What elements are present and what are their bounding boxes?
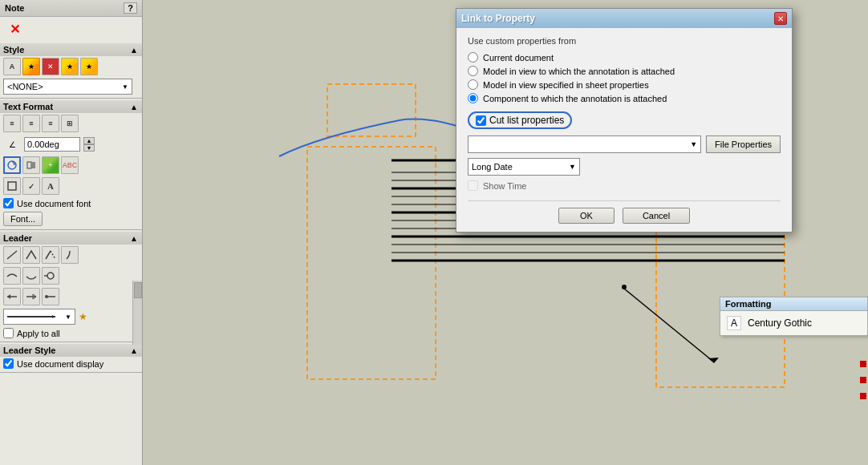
- angle-spin-up[interactable]: ▲: [83, 137, 95, 144]
- dropdown-arrow: ▼: [122, 83, 128, 91]
- leader-style-row: ▼ ★: [0, 307, 142, 326]
- style-btn-1[interactable]: A: [3, 58, 21, 75]
- svg-rect-18: [307, 147, 436, 379]
- style-btn-5[interactable]: ★: [80, 58, 98, 75]
- leader-btn-4[interactable]: [61, 246, 79, 264]
- use-document-display-row: Use document display: [0, 357, 142, 370]
- dialog-title: Link to Property: [461, 13, 535, 24]
- property-dropdown[interactable]: ▼: [468, 135, 701, 153]
- text-btn-A[interactable]: A: [42, 177, 59, 195]
- leader-star-icon: ★: [79, 311, 87, 322]
- leader-btn-5[interactable]: [3, 267, 21, 285]
- text-format-header: Text Format ▲: [0, 100, 142, 113]
- link-to-property-dialog: Link to Property ✕ Use custom properties…: [456, 8, 793, 232]
- leader-btn-10[interactable]: [42, 288, 59, 305]
- radio-model-view-annotation[interactable]: Model in view to which the annotation is…: [468, 66, 781, 76]
- use-document-font-row: Use document font: [0, 196, 142, 210]
- selection-handle-bl: [860, 393, 866, 399]
- angle-spin-down[interactable]: ▼: [83, 144, 95, 152]
- use-document-font-checkbox[interactable]: [3, 198, 14, 208]
- style-dropdown[interactable]: <NONE> ▼: [3, 79, 132, 95]
- dialog-titlebar: Link to Property ✕: [456, 9, 792, 28]
- radio-model-view-annotation-input[interactable]: [468, 66, 478, 76]
- radio-model-view-sheet[interactable]: Model in view specified in sheet propert…: [468, 79, 781, 90]
- cancel-button[interactable]: Cancel: [623, 208, 690, 224]
- font-button[interactable]: Font...: [3, 212, 43, 226]
- text-format-toolbar-2: ✓ A: [0, 176, 142, 196]
- svg-line-6: [51, 251, 55, 259]
- line-style-dropdown[interactable]: ▼: [3, 309, 75, 325]
- text-btn-link[interactable]: +: [42, 156, 59, 174]
- style-btn-4[interactable]: ★: [61, 58, 79, 75]
- line-style-arrow: ▼: [65, 313, 71, 321]
- property-row: ▼ File Properties: [468, 135, 781, 153]
- cut-list-label: Cut list properties: [489, 115, 564, 126]
- selection-handle-tl: [860, 361, 866, 367]
- svg-line-5: [46, 251, 51, 259]
- dialog-close-button[interactable]: ✕: [774, 12, 787, 25]
- formatting-panel: Formatting A Century Gothic: [720, 297, 868, 336]
- use-document-display-label: Use document display: [17, 359, 103, 369]
- main-drawing-area: Link to Property ✕ Use custom properties…: [143, 0, 868, 465]
- radio-current-doc[interactable]: Current document: [468, 52, 781, 63]
- font-sample-icon: A: [727, 316, 741, 330]
- leader-btn-2[interactable]: [22, 246, 40, 264]
- property-input[interactable]: [472, 140, 690, 149]
- text-btn-rotate[interactable]: [3, 156, 21, 174]
- align-left-btn[interactable]: ≡: [3, 115, 21, 132]
- leader-btn-1[interactable]: [3, 246, 21, 264]
- dialog-section-label: Use custom properties from: [468, 36, 781, 46]
- leader-btn-3[interactable]: [42, 246, 59, 264]
- leader-collapse-btn[interactable]: ▲: [129, 233, 139, 243]
- discard-icon[interactable]: ✕: [5, 20, 25, 38]
- leader-style-collapse-btn[interactable]: ▲: [129, 346, 139, 355]
- ok-button[interactable]: OK: [558, 208, 614, 224]
- align-right-btn[interactable]: ≡: [42, 115, 59, 132]
- leader-style-section: Leader Style ▲ Use document display: [0, 342, 142, 373]
- property-dropdown-arrow[interactable]: ▼: [690, 140, 697, 148]
- date-format-dropdown[interactable]: Long Date ▼: [468, 158, 580, 176]
- file-properties-button[interactable]: File Properties: [706, 135, 781, 153]
- leader-btn-6[interactable]: [22, 267, 40, 285]
- leader-btn-8[interactable]: [3, 288, 21, 305]
- formatting-font-name: Century Gothic: [748, 317, 812, 329]
- angle-input[interactable]: [24, 137, 80, 152]
- date-dropdown-arrow: ▼: [569, 163, 576, 171]
- panel-scrollbar[interactable]: [132, 281, 142, 345]
- style-btn-3[interactable]: ✕: [42, 58, 59, 75]
- note-icons-row: ✕: [0, 17, 142, 42]
- scrollbar-thumb[interactable]: [134, 282, 142, 298]
- leader-btn-9[interactable]: [22, 288, 40, 305]
- use-document-display-checkbox[interactable]: [3, 358, 14, 369]
- cut-list-highlight: Cut list properties: [468, 111, 572, 129]
- angle-spinners: ▲ ▼: [83, 137, 95, 152]
- apply-to-all-checkbox[interactable]: [3, 328, 14, 338]
- svg-point-14: [45, 295, 48, 298]
- help-icon[interactable]: ?: [124, 2, 137, 14]
- text-btn-check[interactable]: ✓: [22, 177, 40, 195]
- radio-current-doc-input[interactable]: [468, 52, 478, 63]
- svg-rect-17: [327, 84, 416, 136]
- cut-list-checkbox[interactable]: [476, 115, 486, 126]
- show-time-checkbox[interactable]: [468, 180, 478, 191]
- radio-component-annotation[interactable]: Component to which the annotation is att…: [468, 93, 781, 103]
- style-collapse-btn[interactable]: ▲: [129, 45, 139, 55]
- style-btn-2[interactable]: ★: [22, 58, 40, 75]
- align-center-btn[interactable]: ≡: [22, 115, 40, 132]
- align-justify-btn[interactable]: ⊞: [61, 115, 79, 132]
- svg-point-47: [622, 285, 627, 289]
- apply-to-all-label: Apply to all: [17, 329, 60, 338]
- leader-btn-7[interactable]: [42, 267, 59, 285]
- apply-to-all-row: Apply to all: [0, 326, 142, 340]
- formatting-header: Formatting: [720, 297, 867, 311]
- text-btn-flip[interactable]: [22, 156, 40, 174]
- radio-component-annotation-input[interactable]: [468, 93, 478, 103]
- text-btn-box[interactable]: [3, 177, 21, 195]
- text-btn-spell[interactable]: ABC: [61, 156, 79, 174]
- text-format-collapse-btn[interactable]: ▲: [129, 102, 139, 111]
- leader-row-3: [0, 286, 142, 307]
- svg-line-48: [624, 289, 712, 361]
- radio-model-view-sheet-input[interactable]: [468, 79, 478, 90]
- use-document-font-label: Use document font: [17, 199, 91, 208]
- svg-marker-10: [7, 294, 10, 299]
